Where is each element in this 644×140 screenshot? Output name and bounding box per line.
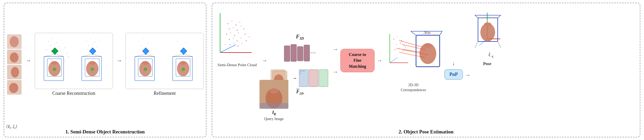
main-container: → — [0, 0, 644, 140]
svg-line-143 — [440, 31, 442, 35]
svg-point-18 — [51, 52, 52, 53]
thumb-1 — [7, 34, 22, 49]
svg-point-106 — [246, 40, 247, 41]
svg-point-37 — [51, 61, 58, 65]
svg-marker-48 — [90, 48, 96, 54]
svg-point-162 — [484, 22, 491, 27]
svg-point-96 — [229, 39, 230, 40]
right-panel: Semi-Dense Point Cloud → F3D — [212, 3, 640, 137]
svg-point-26 — [66, 53, 67, 54]
coarse-fine-box: Coarse to Fine Matching — [340, 49, 375, 72]
svg-rect-109 — [291, 44, 297, 61]
svg-point-107 — [249, 37, 250, 37]
svg-point-24 — [58, 57, 59, 58]
svg-rect-168 — [259, 103, 288, 109]
svg-text:ξ: ξ — [489, 52, 491, 57]
svg-line-55 — [93, 54, 101, 56]
svg-line-160 — [498, 42, 501, 48]
svg-point-86 — [240, 22, 240, 23]
thumb-2 — [7, 50, 22, 64]
svg-point-101 — [225, 44, 226, 45]
svg-point-21 — [64, 47, 65, 48]
corr-section: ℳ 3D 2D-3DCorrespondences — [385, 29, 442, 92]
svg-line-67 — [135, 54, 146, 56]
svg-point-134 — [404, 45, 405, 46]
svg-point-28 — [51, 59, 52, 60]
svg-point-105 — [242, 43, 242, 44]
svg-line-82 — [220, 45, 236, 53]
svg-point-137 — [402, 50, 403, 51]
svg-point-130 — [397, 36, 398, 37]
svg-point-20 — [60, 51, 61, 51]
arrow-to-coarse: → — [23, 57, 34, 64]
svg-rect-125 — [300, 72, 301, 74]
corr-svg: ℳ 3D — [385, 29, 442, 81]
iq-label: Iq — [272, 110, 276, 116]
svg-line-68 — [146, 54, 154, 56]
svg-point-65 — [142, 61, 148, 65]
svg-rect-111 — [304, 45, 310, 61]
svg-point-133 — [400, 43, 401, 44]
svg-line-159 — [475, 42, 478, 48]
refinement-section: Refinement — [126, 33, 204, 96]
arrow-to-corr: → — [377, 57, 382, 64]
arrow-to-ctf: → → — [333, 46, 338, 75]
svg-point-70 — [181, 39, 182, 39]
svg-line-128 — [390, 58, 398, 63]
left-section-title: 1. Semi-Dense Object Reconstruction — [4, 129, 206, 135]
svg-point-118 — [276, 75, 281, 78]
coarse-view-1 — [37, 35, 73, 87]
svg-point-131 — [401, 40, 402, 41]
svg-point-69 — [176, 41, 177, 42]
arrow-query-to-f2d: → — [292, 75, 297, 81]
svg-point-53 — [91, 68, 94, 71]
svg-point-85 — [235, 24, 236, 25]
svg-point-94 — [238, 33, 239, 33]
svg-point-89 — [237, 30, 238, 31]
svg-marker-33 — [52, 48, 58, 54]
svg-point-103 — [234, 43, 235, 44]
thumb-3 — [7, 65, 22, 79]
arrow-to-pnp-col: ↓ PnP — [444, 60, 463, 80]
pnp-label: PnP — [449, 72, 458, 77]
svg-line-54 — [82, 54, 93, 56]
svg-point-87 — [229, 28, 230, 29]
arrow-to-refine: → — [114, 57, 124, 64]
query-img — [259, 80, 288, 109]
svg-line-157 — [498, 15, 501, 18]
svg-point-71 — [185, 42, 186, 43]
svg-point-91 — [226, 34, 227, 35]
svg-point-12 — [61, 40, 62, 41]
svg-point-141 — [424, 43, 432, 48]
svg-point-10 — [52, 39, 53, 39]
svg-point-25 — [62, 55, 63, 56]
svg-point-45 — [88, 45, 89, 46]
svg-point-100 — [245, 34, 246, 35]
thumbnail-column — [6, 34, 22, 95]
svg-text:3D: 3D — [427, 31, 431, 34]
f3d-section: F3D — [269, 34, 330, 64]
query-image-section: Iq Query Image — [259, 80, 288, 121]
svg-point-114 — [314, 52, 315, 53]
svg-point-8 — [12, 84, 16, 86]
refinement-label: Refinement — [154, 91, 176, 96]
svg-marker-61 — [143, 48, 149, 54]
f3d-label: F3D — [296, 34, 304, 41]
svg-point-88 — [233, 27, 234, 28]
arrow-pnp-to-pose: → — [465, 72, 471, 79]
svg-rect-121 — [319, 70, 328, 87]
svg-point-92 — [230, 33, 231, 33]
svg-point-98 — [237, 40, 238, 41]
semi-dense-section: Semi-Dense Point Cloud — [215, 8, 259, 68]
svg-rect-122 — [300, 70, 301, 72]
svg-line-147 — [396, 48, 421, 52]
thumb-4 — [7, 80, 22, 95]
refine-view-1 — [127, 35, 164, 87]
svg-point-11 — [57, 42, 58, 43]
svg-point-4 — [12, 53, 16, 56]
svg-point-6 — [12, 68, 17, 71]
svg-point-97 — [233, 38, 234, 39]
pnp-box: PnP — [444, 69, 463, 80]
svg-point-93 — [234, 35, 235, 36]
svg-line-156 — [475, 15, 478, 18]
